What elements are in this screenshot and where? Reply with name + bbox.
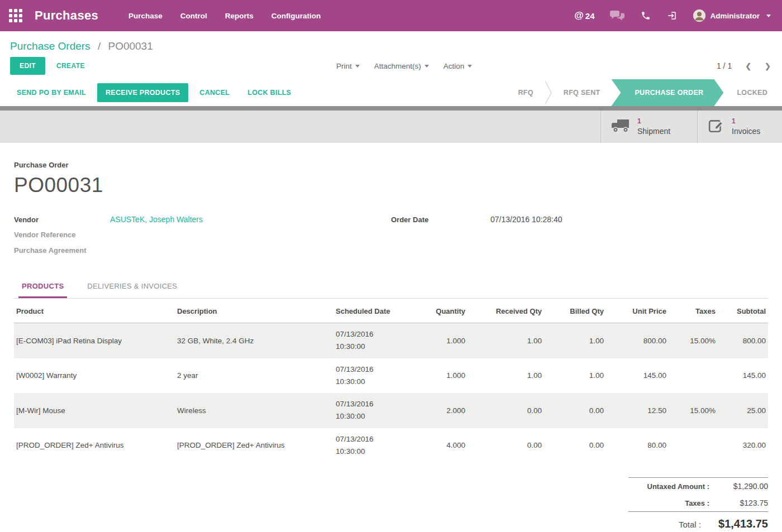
state-purchase-order[interactable]: PURCHASE ORDER [611,79,723,106]
state-rfq-sent[interactable]: RFQ SENT [552,79,612,106]
avatar [693,9,705,22]
col-product: Product [14,299,175,323]
action-dropdown[interactable]: Action [444,62,473,70]
lock-bills-button[interactable]: LOCK BILLS [241,84,298,102]
order-date-value: 07/13/2016 10:28:40 [490,215,562,224]
table-row[interactable]: [W0002] Warranty 2 year 07/13/201610:30:… [14,358,768,394]
chevron-down-icon [355,65,360,68]
invoices-count: 1 [732,117,760,126]
tab-deliveries-invoices[interactable]: DELIVERIES & INVOICES [84,276,180,298]
user-name: Administrator [710,12,760,20]
pager-next-icon[interactable]: ❯ [765,62,771,70]
menu-reports[interactable]: Reports [225,12,254,20]
edit-note-icon [708,118,724,136]
table-row[interactable]: [E-COM03] iPad Retina Display 32 GB, Whi… [14,323,768,358]
total-value: $1,413.75 [701,517,768,530]
state-separator-icon [545,79,552,106]
send-po-by-email-button[interactable]: SEND PO BY EMAIL [10,84,93,102]
phone-icon[interactable] [641,11,651,21]
invoices-stat-button[interactable]: 1 Invoices [697,111,782,143]
mention-counter[interactable]: @ 24 [574,10,594,21]
col-taxes: Taxes [669,299,718,323]
menu-configuration[interactable]: Configuration [271,12,321,20]
chat-icon[interactable] [610,10,625,21]
document-sheet: Purchase Order PO00031 Vendor ASUSTeK, J… [0,143,782,532]
print-dropdown[interactable]: Print [336,62,360,70]
notebook-tabs: PRODUCTS DELIVERIES & INVOICES [14,276,768,299]
vendor-value[interactable]: ASUSTeK, Joseph Walters [110,215,203,224]
breadcrumb-current: PO00031 [108,40,152,52]
create-button[interactable]: CREATE [56,62,85,70]
invoices-label: Invoices [732,126,760,136]
mention-count: 24 [585,11,595,21]
order-date-label: Order Date [391,215,490,224]
top-nav-bar: Purchases Purchase Control Reports Confi… [0,0,782,31]
main-menu: Purchase Control Reports Configuration [128,12,321,20]
taxes-value: $123.75 [709,499,768,507]
shipment-count: 1 [637,117,670,126]
state-pipeline: RFQ RFQ SENT PURCHASE ORDER LOCKED [507,79,782,106]
app-title: Purchases [35,8,98,23]
shipment-label: Shipment [637,126,670,136]
state-rfq[interactable]: RFQ [507,79,545,106]
statusbar: SEND PO BY EMAIL RECEIVE PRODUCTS CANCEL… [0,79,782,106]
state-locked[interactable]: LOCKED [723,79,782,106]
sign-in-icon[interactable] [666,11,678,21]
pager: 1 / 1 ❮ ❯ [717,61,771,70]
pager-value: 1 / 1 [717,61,732,70]
order-lines-table: Product Description Scheduled Date Quant… [14,299,768,463]
shipment-stat-button[interactable]: 1 Shipment [600,111,697,143]
attachments-dropdown[interactable]: Attachment(s) [374,62,429,70]
chevron-down-icon [766,15,771,17]
col-received-qty: Received Qty [468,299,544,323]
control-panel: EDIT CREATE Print Attachment(s) Action 1… [0,52,782,79]
totals-block: Untaxed Amount : $1,290.00 Taxes : $123.… [628,477,768,532]
breadcrumb: Purchase Orders / PO00031 [0,31,782,52]
vendor-label: Vendor [14,215,110,224]
purchase-agreement-label: Purchase Agreement [14,246,110,255]
user-menu[interactable]: Administrator [693,9,771,22]
document-type-label: Purchase Order [14,161,768,169]
tab-products[interactable]: PRODUCTS [18,276,67,298]
col-unit-price: Unit Price [606,299,669,323]
taxes-label: Taxes : [628,499,709,507]
stat-button-band: 1 Shipment 1 Invoices [0,111,782,143]
untaxed-amount-label: Untaxed Amount : [628,482,709,491]
apps-grid-icon[interactable] [9,9,23,22]
receive-products-button[interactable]: RECEIVE PRODUCTS [97,83,188,102]
statusbar-shadow [0,106,782,111]
col-description: Description [175,299,333,323]
untaxed-amount-value: $1,290.00 [709,482,768,491]
breadcrumb-separator: / [98,40,101,52]
truck-icon [611,118,630,136]
total-label: Total : [628,520,701,529]
chevron-down-icon [425,65,429,68]
menu-control[interactable]: Control [180,12,207,20]
chevron-down-icon [468,65,472,68]
col-quantity: Quantity [400,299,468,323]
col-scheduled-date: Scheduled Date [333,299,400,323]
vendor-reference-label: Vendor Reference [14,231,110,239]
table-row[interactable]: [M-Wir] Mouse Wireless 07/13/201610:30:0… [14,393,768,428]
page-title: PO00031 [14,174,768,197]
breadcrumb-purchase-orders[interactable]: Purchase Orders [10,40,90,52]
menu-purchase[interactable]: Purchase [128,12,163,20]
cancel-button[interactable]: CANCEL [193,84,236,102]
pager-previous-icon[interactable]: ❮ [745,62,751,70]
table-row[interactable]: [PROD_ORDER] Zed+ Antivirus [PROD_ORDER]… [14,428,768,463]
col-billed-qty: Billed Qty [544,299,606,323]
edit-button[interactable]: EDIT [10,57,45,75]
mention-icon: @ [574,10,584,21]
col-subtotal: Subtotal [718,299,768,323]
